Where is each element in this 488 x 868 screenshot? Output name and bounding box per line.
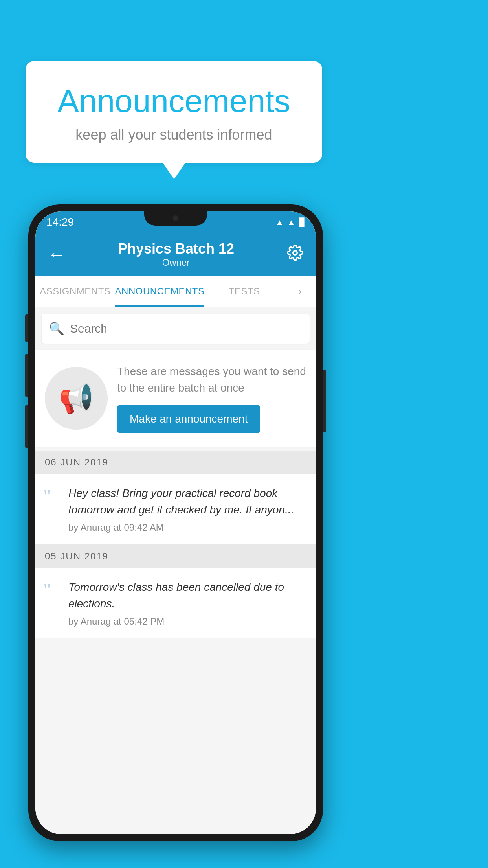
side-button-power bbox=[323, 370, 326, 432]
announcement-item-2[interactable]: " Tomorrow's class has been cancelled du… bbox=[35, 568, 316, 638]
app-bar-title-area: Physics Batch 12 Owner bbox=[68, 241, 284, 268]
phone-content: 🔍 📢 These are messages you want to send … bbox=[35, 307, 316, 834]
notch bbox=[144, 211, 207, 226]
tab-announcements[interactable]: ANNOUNCEMENTS bbox=[115, 276, 205, 307]
make-announcement-button[interactable]: Make an announcement bbox=[117, 405, 260, 433]
back-button[interactable]: ← bbox=[45, 243, 68, 266]
tab-assignments[interactable]: ASSIGNMENTS bbox=[35, 276, 115, 307]
announcement-icon-circle: 📢 bbox=[45, 367, 108, 430]
side-button-volume-up bbox=[25, 314, 28, 342]
svg-point-0 bbox=[293, 250, 297, 255]
side-button-volume-down2 bbox=[25, 405, 28, 448]
date-divider-2: 05 JUN 2019 bbox=[35, 544, 316, 568]
search-input[interactable] bbox=[70, 322, 303, 335]
app-bar-subtitle: Owner bbox=[68, 257, 284, 268]
speech-bubble-container: Announcements keep all your students inf… bbox=[26, 61, 322, 163]
status-time: 14:29 bbox=[46, 216, 74, 228]
gear-icon bbox=[287, 245, 303, 261]
cta-description: These are messages you want to send to t… bbox=[117, 363, 306, 396]
phone-outer: 14:29 ▲ ▲ ▉ ← Physics Batch 12 Owner bbox=[28, 204, 323, 841]
tab-more[interactable]: › bbox=[284, 276, 316, 307]
tabs-container: ASSIGNMENTS ANNOUNCEMENTS TESTS › bbox=[35, 276, 316, 307]
announcement-content-2: Tomorrow's class has been cancelled due … bbox=[68, 579, 308, 627]
search-bar[interactable]: 🔍 bbox=[42, 314, 310, 344]
speech-bubble-title: Announcements bbox=[49, 83, 299, 120]
tab-tests[interactable]: TESTS bbox=[204, 276, 284, 307]
search-icon: 🔍 bbox=[49, 321, 64, 336]
announcement-meta-2: by Anurag at 05:42 PM bbox=[68, 616, 308, 627]
wifi-icon: ▲ bbox=[275, 218, 283, 227]
app-bar: ← Physics Batch 12 Owner bbox=[35, 233, 316, 276]
announcement-meta-1: by Anurag at 09:42 AM bbox=[68, 522, 308, 533]
phone-inner: 14:29 ▲ ▲ ▉ ← Physics Batch 12 Owner bbox=[35, 211, 316, 834]
announcement-text-1: Hey class! Bring your practical record b… bbox=[68, 485, 308, 518]
camera bbox=[172, 215, 179, 222]
announcement-content-1: Hey class! Bring your practical record b… bbox=[68, 485, 308, 533]
signal-icon: ▲ bbox=[287, 218, 295, 227]
cta-card: 📢 These are messages you want to send to… bbox=[35, 350, 316, 447]
quote-icon-2: " bbox=[43, 581, 61, 600]
megaphone-icon: 📢 bbox=[59, 382, 94, 415]
announcement-text-2: Tomorrow's class has been cancelled due … bbox=[68, 579, 308, 612]
speech-bubble: Announcements keep all your students inf… bbox=[26, 61, 322, 163]
settings-button[interactable] bbox=[284, 241, 306, 268]
app-bar-title: Physics Batch 12 bbox=[68, 241, 284, 257]
phone-container: 14:29 ▲ ▲ ▉ ← Physics Batch 12 Owner bbox=[28, 204, 323, 841]
announcement-item-1[interactable]: " Hey class! Bring your practical record… bbox=[35, 474, 316, 544]
phone-screen: 14:29 ▲ ▲ ▉ ← Physics Batch 12 Owner bbox=[35, 211, 316, 834]
date-divider-1: 06 JUN 2019 bbox=[35, 451, 316, 474]
side-button-volume-down bbox=[25, 354, 28, 397]
speech-bubble-subtitle: keep all your students informed bbox=[49, 127, 299, 143]
status-icons: ▲ ▲ ▉ bbox=[275, 217, 305, 227]
quote-icon-1: " bbox=[43, 487, 61, 506]
battery-icon: ▉ bbox=[299, 217, 305, 227]
cta-right: These are messages you want to send to t… bbox=[117, 363, 306, 433]
